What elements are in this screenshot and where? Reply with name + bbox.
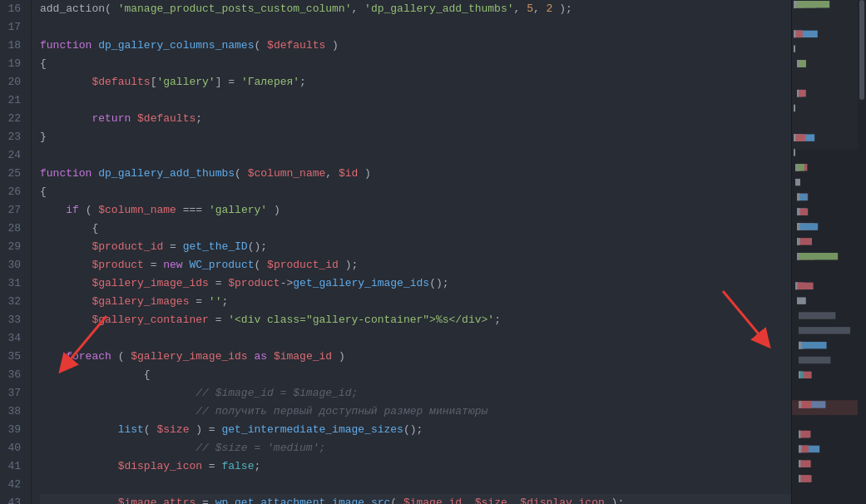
code-line: { <box>40 220 791 238</box>
code-line: // получить первый доступный размер мини… <box>40 403 791 421</box>
line-number: 25 <box>7 165 21 183</box>
scrollbar-track[interactable] <box>858 0 866 504</box>
code-line: // $size = 'medium'; <box>40 439 791 457</box>
line-number: 29 <box>7 238 21 256</box>
code-line: { <box>40 183 791 201</box>
code-line: } <box>40 128 791 146</box>
line-number: 21 <box>7 91 21 110</box>
code-line: add_action( 'manage_product_posts_custom… <box>40 0 791 18</box>
code-line: // $image_id = $image_id; <box>40 384 791 403</box>
line-number: 43 <box>7 494 21 504</box>
code-line: $gallery_images = ''; <box>40 293 791 311</box>
code-line: $defaults['gallery'] = 'Галерея'; <box>40 73 791 91</box>
code-line: function dp_gallery_columns_names( $defa… <box>40 37 791 55</box>
code-line <box>40 476 791 494</box>
line-number: 39 <box>7 421 21 439</box>
code-line: $image_attrs = wp_get_attachment_image_s… <box>40 494 791 504</box>
code-lines[interactable]: add_action( 'manage_product_posts_custom… <box>32 0 791 504</box>
line-number: 20 <box>7 73 21 91</box>
line-number: 37 <box>7 384 21 403</box>
code-area: 1617181920212223242526272829303132333435… <box>0 0 791 504</box>
code-line: return $defaults; <box>40 110 791 128</box>
line-number: 17 <box>7 18 21 37</box>
code-line <box>40 91 791 110</box>
code-line: $gallery_image_ids = $product->get_galle… <box>40 274 791 293</box>
code-line: $gallery_container = '<div class="galler… <box>40 311 791 329</box>
line-number: 41 <box>7 457 21 476</box>
line-number: 38 <box>7 403 21 421</box>
line-numbers: 1617181920212223242526272829303132333435… <box>0 0 32 504</box>
code-line <box>40 18 791 37</box>
code-line: list( $size ) = get_intermediate_image_s… <box>40 421 791 439</box>
line-number: 31 <box>7 274 21 293</box>
line-number: 24 <box>7 146 21 165</box>
line-number: 36 <box>7 366 21 384</box>
code-line: foreach ( $gallery_image_ids as $image_i… <box>40 348 791 366</box>
line-number: 23 <box>7 128 21 146</box>
line-number: 26 <box>7 183 21 201</box>
code-line: { <box>40 55 791 73</box>
editor-container: 1617181920212223242526272829303132333435… <box>0 0 866 504</box>
line-number: 22 <box>7 110 21 128</box>
minimap-content <box>792 0 858 504</box>
line-number: 34 <box>7 329 21 348</box>
line-number: 28 <box>7 220 21 238</box>
code-line: { <box>40 366 791 384</box>
code-line: function dp_gallery_add_thumbs( $column_… <box>40 165 791 183</box>
line-number: 40 <box>7 439 21 457</box>
line-number: 19 <box>7 55 21 73</box>
minimap[interactable] <box>791 0 858 504</box>
code-line: $product_id = get_the_ID(); <box>40 238 791 256</box>
scrollbar-thumb[interactable] <box>859 0 864 100</box>
line-number: 16 <box>7 0 21 18</box>
code-line: $display_icon = false; <box>40 457 791 476</box>
line-number: 35 <box>7 348 21 366</box>
line-number: 32 <box>7 293 21 311</box>
code-line <box>40 329 791 348</box>
code-line <box>40 146 791 165</box>
line-number: 30 <box>7 256 21 274</box>
line-number: 18 <box>7 37 21 55</box>
code-line: $product = new WC_product( $product_id )… <box>40 256 791 274</box>
line-number: 33 <box>7 311 21 329</box>
line-number: 42 <box>7 476 21 494</box>
line-number: 27 <box>7 201 21 220</box>
code-line: if ( $column_name === 'gallery' ) <box>40 201 791 220</box>
